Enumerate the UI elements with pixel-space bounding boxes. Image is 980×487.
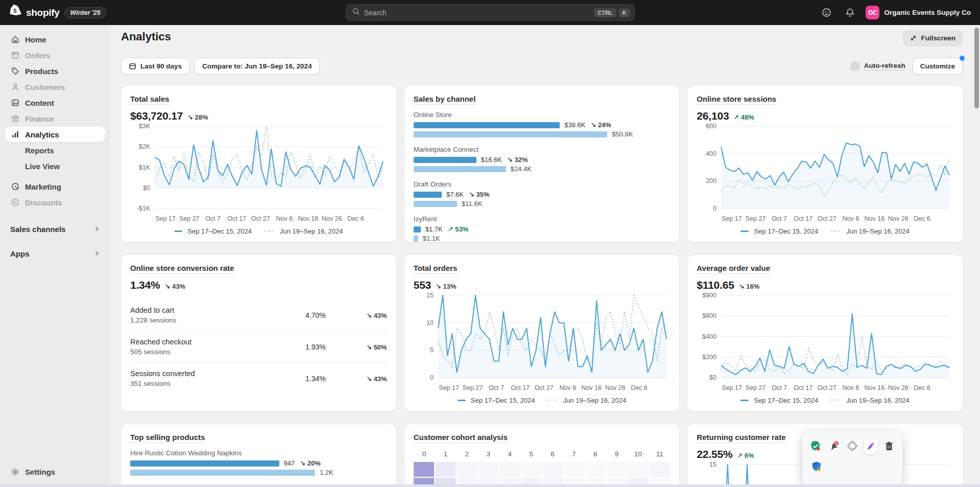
svg-text:0: 0 — [430, 374, 434, 381]
cohort-cell[interactable] — [478, 462, 498, 477]
shield-warning-icon[interactable] — [808, 458, 825, 475]
account-menu[interactable]: OC Organic Events Supply Co — [866, 6, 971, 19]
sidebar-item-analytics[interactable]: Analytics — [5, 127, 105, 142]
sessions-title[interactable]: Online store sessions — [697, 95, 776, 105]
sidebar-item-orders[interactable]: Orders — [5, 48, 105, 63]
cohort-cell[interactable] — [414, 462, 434, 477]
cohort-title[interactable]: Customer cohort analysis — [414, 433, 508, 443]
background-window-edge — [0, 484, 980, 487]
notifications-bell-icon[interactable] — [842, 5, 857, 20]
svg-text:Nov 16: Nov 16 — [865, 384, 885, 391]
sidebar-item-customers[interactable]: Customers — [5, 79, 105, 95]
feather-highlighter-icon[interactable] — [864, 438, 878, 454]
brand-wordmark: shopify — [26, 7, 59, 18]
svg-text:Oct 7: Oct 7 — [772, 384, 787, 391]
search-shortcut: CTRL K — [594, 8, 630, 17]
search-input[interactable]: Search CTRL K — [346, 4, 635, 21]
cohort-column-header: 2 — [456, 450, 477, 462]
customize-button[interactable]: Customize — [913, 58, 963, 75]
svg-text:Nov 6: Nov 6 — [276, 215, 293, 222]
top-products-title[interactable]: Top selling products — [130, 433, 205, 443]
sidebar-item-settings[interactable]: Settings — [5, 464, 105, 479]
total-orders-title[interactable]: Total orders — [414, 264, 458, 274]
cohort-cell[interactable] — [521, 462, 541, 477]
content-icon — [10, 98, 20, 108]
sidebar-item-label: Orders — [25, 51, 50, 60]
sidebar-item-discounts[interactable]: Discounts — [5, 195, 105, 210]
sessions-change: ↗ 48% — [733, 113, 754, 121]
puzzle-extension-icon[interactable] — [845, 438, 859, 454]
svg-text:Oct 17: Oct 17 — [794, 384, 813, 391]
cohort-cell[interactable] — [650, 462, 670, 477]
auto-refresh-toggle[interactable]: Auto-refresh — [851, 62, 905, 71]
approval-check-icon[interactable] — [808, 438, 822, 454]
bar-group-online-store: Online Store$38.6K↘ 24%$50.8K — [414, 111, 671, 140]
total-orders-value: 553 — [414, 279, 431, 291]
sidebar-item-live-view[interactable]: Live View — [5, 158, 105, 174]
cohort-cell[interactable] — [564, 462, 584, 477]
sidebar-item-finance[interactable]: Finance — [5, 111, 105, 126]
legend-current-swatch — [174, 230, 182, 232]
sidebar-item-label: Discounts — [25, 198, 62, 207]
cohort-column-header: 3 — [477, 450, 499, 462]
page-scrollbar-thumb[interactable] — [974, 28, 979, 108]
ctrl-key: CTRL — [594, 8, 616, 17]
svg-text:Nov 16: Nov 16 — [865, 215, 885, 222]
svg-text:Sep 27: Sep 27 — [746, 215, 766, 222]
conversion-value: 1.34% — [130, 279, 160, 291]
gear-icon — [10, 467, 20, 477]
aov-title[interactable]: Average order value — [697, 264, 770, 274]
main-content: Analytics Fullscreen Last 90 days Compar… — [110, 25, 980, 487]
shopify-logo[interactable]: S shopify — [9, 5, 59, 20]
cohort-cell[interactable] — [435, 462, 456, 477]
search-icon — [352, 8, 360, 17]
cohort-cell[interactable] — [499, 462, 520, 477]
sidebar-item-label: Live View — [25, 162, 60, 171]
aov-change: ↘ 16% — [739, 283, 760, 290]
sales-by-channel-title[interactable]: Sales by channel — [414, 95, 476, 105]
customer-cohort-card: Customer cohort analysis 01234567891011 — [404, 424, 680, 487]
sidebar-item-content[interactable]: Content — [5, 95, 105, 110]
date-range-button[interactable]: Last 90 days — [121, 58, 189, 75]
fullscreen-button[interactable]: Fullscreen — [903, 30, 963, 46]
cohort-cell[interactable] — [457, 462, 477, 477]
returning-title[interactable]: Returning customer rate — [697, 433, 785, 443]
bar-group-marketplace-connect: Marketplace Connect$16.6K↘ 32%$24.4K — [414, 146, 671, 174]
compare-button[interactable]: Compare to: Jun 19–Sep 16, 2024 — [195, 58, 320, 75]
version-badge[interactable]: Winter '25 — [64, 7, 106, 18]
calendar-icon — [129, 62, 136, 70]
sidekick-icon[interactable] — [819, 5, 834, 20]
auto-refresh-checkbox[interactable] — [851, 62, 859, 71]
svg-text:Oct 7: Oct 7 — [205, 215, 221, 222]
svg-text:600: 600 — [706, 123, 716, 130]
trash-icon[interactable] — [882, 438, 896, 454]
sidebar-section-sales-channels[interactable]: Sales channels — [5, 223, 105, 235]
cohort-cell[interactable] — [607, 462, 627, 477]
sidebar-item-products[interactable]: Products — [5, 63, 105, 79]
extension-toolbar-overlay — [802, 431, 902, 486]
conversion-title[interactable]: Online store conversion rate — [130, 264, 234, 274]
cohort-cell[interactable] — [585, 462, 606, 477]
svg-text:Nov 6: Nov 6 — [843, 384, 859, 391]
svg-text:Nov 26: Nov 26 — [605, 384, 626, 391]
svg-text:5: 5 — [430, 346, 434, 354]
sidebar-item-reports[interactable]: Reports — [5, 143, 105, 158]
chevron-right-icon — [94, 226, 100, 232]
svg-text:Oct 17: Oct 17 — [227, 215, 246, 222]
account-avatar: OC — [866, 6, 879, 19]
svg-text:Oct 27: Oct 27 — [818, 215, 836, 222]
sidebar-item-home[interactable]: Home — [5, 32, 105, 47]
cohort-cell[interactable] — [542, 462, 563, 477]
cohort-column-headers: 01234567891011 — [414, 450, 671, 462]
analytics-icon — [10, 130, 20, 140]
cursor-blocked-icon[interactable] — [827, 438, 841, 454]
sidebar-item-marketing[interactable]: Marketing — [5, 179, 105, 194]
cohort-cell[interactable] — [628, 462, 649, 477]
sidebar-section-apps[interactable]: Apps — [5, 247, 105, 260]
sessions-chart: 6004002000Sep 17Sep 27Oct 7Oct 17Oct 27N… — [697, 122, 953, 225]
svg-text:Nov 26: Nov 26 — [322, 215, 342, 222]
chart-legend: Sep 17–Dec 15, 2024 ···Jun 19–Sep 16, 20… — [697, 394, 953, 406]
svg-text:Dec 6: Dec 6 — [914, 215, 930, 222]
total-sales-title[interactable]: Total sales — [130, 95, 169, 105]
svg-text:Nov 16: Nov 16 — [581, 384, 602, 391]
